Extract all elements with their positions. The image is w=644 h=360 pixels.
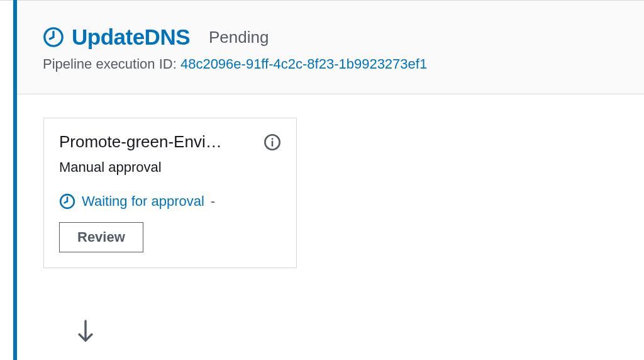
- action-title: Promote-green-Envi…: [59, 132, 222, 152]
- info-icon[interactable]: [264, 133, 281, 151]
- action-title-row: Promote-green-Envi…: [59, 132, 281, 152]
- action-subtitle: Manual approval: [59, 159, 281, 176]
- review-button[interactable]: Review: [59, 222, 143, 252]
- execution-id-label: Pipeline execution ID:: [43, 56, 177, 72]
- stage-status: Pending: [209, 28, 269, 47]
- clock-pending-icon: [59, 193, 75, 210]
- action-status-row: Waiting for approval -: [59, 193, 281, 210]
- svg-point-3: [272, 138, 274, 140]
- action-card: Promote-green-Envi… Manual approval Wait…: [43, 118, 297, 268]
- execution-id-row: Pipeline execution ID: 48c2096e-91ff-4c2…: [43, 56, 644, 72]
- status-dash: -: [211, 193, 215, 210]
- action-status-link[interactable]: Waiting for approval: [82, 193, 204, 210]
- stage-title: UpdateDNS: [72, 25, 190, 50]
- clock-pending-icon: [43, 26, 64, 48]
- stage-title-row: UpdateDNS Pending: [43, 25, 644, 50]
- execution-id-link[interactable]: 48c2096e-91ff-4c2c-8f23-1b9923273ef1: [180, 56, 427, 72]
- stage-header: UpdateDNS Pending Pipeline execution ID:…: [17, 1, 644, 94]
- pipeline-stage: UpdateDNS Pending Pipeline execution ID:…: [0, 0, 644, 360]
- arrow-down-icon: [75, 318, 96, 348]
